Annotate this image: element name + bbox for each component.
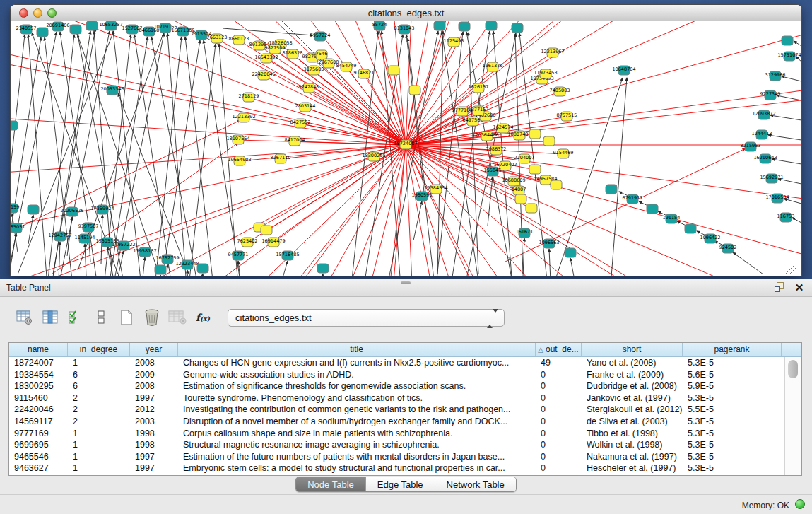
splitter-grip[interactable] xyxy=(401,281,411,284)
yellow-node[interactable]: 9154469 xyxy=(553,149,574,158)
close-panel-icon[interactable]: ✕ xyxy=(792,281,806,294)
yellow-node[interactable]: 10688609 xyxy=(502,177,525,186)
teal-node[interactable]: 3129966 xyxy=(765,71,786,81)
table-row[interactable]: 1872400712008Changes of HCN gene express… xyxy=(9,357,784,369)
teal-node[interactable]: 924502 xyxy=(719,244,737,253)
teal-node[interactable]: 16210643 xyxy=(753,154,777,163)
yellow-node[interactable]: 8660123 xyxy=(229,35,249,45)
teal-node[interactable]: 10653287 xyxy=(99,21,122,30)
teal-node[interactable] xyxy=(197,264,208,273)
teal-node[interactable]: 13958187 xyxy=(133,247,156,257)
yellow-node[interactable] xyxy=(529,129,541,139)
teal-node[interactable]: 2340557 xyxy=(16,25,37,34)
teal-node[interactable] xyxy=(606,185,617,194)
teal-node[interactable] xyxy=(86,21,98,30)
yellow-node[interactable]: 1626157 xyxy=(469,83,489,93)
teal-node[interactable]: 20053346 xyxy=(100,86,124,95)
select-columns-icon[interactable] xyxy=(65,307,86,328)
yellow-node[interactable] xyxy=(543,136,555,146)
teal-node[interactable]: 116753 xyxy=(777,213,795,222)
table-row[interactable]: 1938455462009Genome-wide association stu… xyxy=(9,369,784,381)
yellow-node[interactable]: 7546 xyxy=(316,50,328,59)
teal-node[interactable] xyxy=(155,265,166,274)
teal-node[interactable]: 7957224 xyxy=(310,32,331,41)
teal-node[interactable]: 10648784 xyxy=(612,66,635,75)
table-settings-icon[interactable] xyxy=(14,307,35,328)
yellow-node[interactable]: 8427552 xyxy=(290,119,311,128)
tab-edge-table[interactable]: Edge Table xyxy=(365,477,435,491)
float-panel-icon[interactable] xyxy=(774,281,788,294)
column-header-out_de[interactable]: △out_de... xyxy=(536,343,582,356)
yellow-node[interactable] xyxy=(388,66,399,75)
column-header-short[interactable]: short xyxy=(582,343,683,356)
yellow-node[interactable] xyxy=(551,180,562,189)
teal-node[interactable]: 185051 xyxy=(11,223,25,233)
row-height-icon[interactable] xyxy=(90,307,112,328)
teal-node[interactable] xyxy=(512,23,523,33)
yellow-node[interactable]: 8757515 xyxy=(557,112,577,121)
teal-node[interactable]: 1960591 xyxy=(412,192,433,201)
teal-node[interactable]: 9457771 xyxy=(228,251,249,260)
tab-node-table[interactable]: Node Table xyxy=(296,477,365,491)
teal-node[interactable] xyxy=(486,21,497,30)
yellow-node[interactable] xyxy=(529,165,541,174)
yellow-node[interactable]: 10807487 xyxy=(507,131,531,140)
teal-node[interactable]: 155845 xyxy=(484,167,502,176)
vertical-scrollbar[interactable] xyxy=(784,357,801,475)
teal-node[interactable] xyxy=(70,25,81,34)
teal-node[interactable]: 20691406 xyxy=(46,22,69,31)
teal-node[interactable]: 15692971 xyxy=(760,174,783,183)
network-table-select[interactable]: citations_edges.txt xyxy=(228,309,505,327)
teal-node[interactable]: 161671 xyxy=(516,228,534,238)
window-titlebar[interactable]: citations_edges.txt xyxy=(11,5,801,21)
column-header-title[interactable]: title xyxy=(178,343,536,356)
table-panel-titlebar[interactable]: Table Panel ✕ xyxy=(0,279,812,297)
teal-node[interactable]: 1145194 xyxy=(75,234,95,243)
yellow-node[interactable]: 7625402 xyxy=(237,238,258,247)
teal-node[interactable]: 8131043 xyxy=(394,25,415,34)
table-row[interactable]: 946554611997Estimation of the future num… xyxy=(9,451,784,463)
yellow-node[interactable]: 2718129 xyxy=(239,93,259,102)
teal-node[interactable] xyxy=(782,36,793,45)
table-column-icon[interactable] xyxy=(40,307,61,328)
teal-node[interactable] xyxy=(685,224,696,233)
table-row[interactable]: 2242004622012Investigating the contribut… xyxy=(9,404,784,416)
yellow-node[interactable] xyxy=(261,226,272,235)
teal-node[interactable] xyxy=(317,264,329,273)
teal-node[interactable]: 9227343 xyxy=(760,90,781,100)
column-header-name[interactable]: name xyxy=(9,343,68,356)
teal-node[interactable] xyxy=(434,21,445,30)
teal-node[interactable]: 191154 xyxy=(663,214,681,223)
table-row[interactable]: 977716911998Corpus callosum shape and si… xyxy=(9,428,784,440)
teal-node[interactable]: 15716485 xyxy=(276,251,299,260)
yellow-node[interactable]: 16543392 xyxy=(254,54,278,63)
teal-node[interactable]: 17957222 xyxy=(112,241,135,250)
teal-node[interactable]: 12923448 xyxy=(175,260,199,269)
teal-node[interactable]: 9397587 xyxy=(78,223,99,232)
yellow-node[interactable]: 22420046 xyxy=(252,71,275,80)
teal-node[interactable]: 17016534 xyxy=(765,194,789,203)
yellow-node[interactable]: 3175685 xyxy=(304,66,324,75)
yellow-node[interactable]: 8417004 xyxy=(285,136,305,146)
yellow-node[interactable]: 7485083 xyxy=(550,87,570,96)
table-row[interactable]: 911546021997Tourette syndrome. Phenomeno… xyxy=(9,392,784,404)
teal-node[interactable]: 12093872 xyxy=(752,110,775,119)
scrollbar-thumb[interactable] xyxy=(788,360,798,378)
yellow-node[interactable]: 8267110 xyxy=(271,154,291,163)
table-row[interactable]: 1456911722003Disruption of a novel membe… xyxy=(9,416,784,428)
yellow-node[interactable]: 12213392 xyxy=(232,113,255,122)
network-view-window[interactable]: citations_edges.txt 18724007866012389129… xyxy=(10,4,802,276)
teal-node[interactable] xyxy=(647,204,658,214)
teal-node[interactable]: 1096563 xyxy=(539,239,560,248)
teal-node[interactable] xyxy=(459,22,470,31)
yellow-node[interactable] xyxy=(515,194,526,204)
table-row[interactable]: 946362711997Embryonic stem cells: a mode… xyxy=(9,462,784,474)
column-header-in_degree[interactable]: in_degree xyxy=(68,343,130,356)
teal-node[interactable] xyxy=(28,205,39,214)
table-row[interactable]: 969969511998Structural magnetic resonanc… xyxy=(9,439,784,451)
delete-table-icon[interactable] xyxy=(141,307,163,328)
yellow-node[interactable]: 18107554 xyxy=(226,135,249,144)
yellow-node[interactable]: 1125493 xyxy=(444,37,464,47)
teal-node[interactable] xyxy=(37,28,48,37)
new-table-icon[interactable] xyxy=(116,307,137,328)
